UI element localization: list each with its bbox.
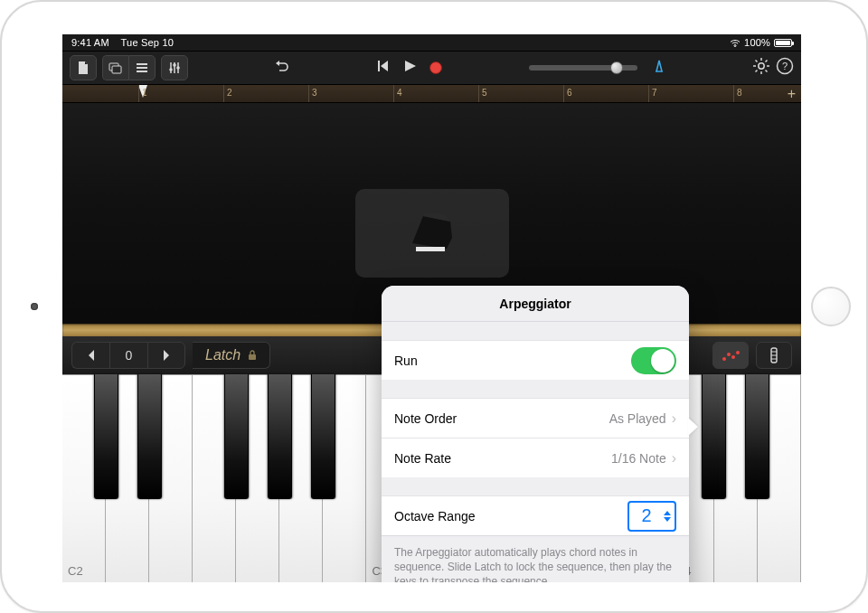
record-icon bbox=[429, 61, 442, 74]
bar-label: 1 bbox=[142, 88, 147, 98]
bar-label: 8 bbox=[737, 88, 742, 98]
svg-point-13 bbox=[736, 351, 740, 354]
loop-browser-button[interactable] bbox=[102, 55, 128, 80]
arpeggiator-popover: Arpeggiator Run Note Order As Played › N… bbox=[382, 286, 689, 582]
ipad-frame: 9:41 AM Tue Sep 10 100% bbox=[0, 0, 868, 613]
undo-icon bbox=[275, 59, 289, 73]
white-key[interactable] bbox=[279, 374, 323, 582]
svg-point-11 bbox=[727, 353, 731, 356]
screen: 9:41 AM Tue Sep 10 100% bbox=[62, 34, 801, 582]
svg-point-5 bbox=[759, 63, 764, 69]
white-key[interactable] bbox=[714, 374, 758, 582]
note-order-label: Note Order bbox=[394, 411, 609, 426]
undo-button[interactable] bbox=[275, 59, 289, 77]
status-date: Tue Sep 10 bbox=[121, 37, 174, 48]
play-button[interactable] bbox=[402, 59, 417, 77]
instrument-stage: 0 Latch C2 bbox=[62, 103, 801, 582]
svg-rect-8 bbox=[416, 247, 445, 251]
wifi-icon bbox=[730, 39, 741, 47]
note-order-row[interactable]: Note Order As Played › bbox=[382, 398, 689, 438]
keyboard-glissando-icon bbox=[768, 347, 780, 363]
chevron-right-icon bbox=[162, 350, 171, 361]
browser-icon bbox=[108, 61, 123, 75]
keyboard-layout-button[interactable] bbox=[756, 342, 792, 369]
stepper-up-icon[interactable] bbox=[664, 511, 671, 515]
latch-label: Latch bbox=[205, 347, 241, 363]
slider-knob[interactable] bbox=[610, 61, 623, 74]
note-rate-value: 1/16 Note bbox=[611, 451, 666, 466]
octave-up-button[interactable] bbox=[147, 342, 185, 369]
metronome-button[interactable] bbox=[652, 59, 666, 77]
white-key[interactable] bbox=[149, 374, 193, 582]
home-button[interactable] bbox=[811, 287, 851, 326]
white-key[interactable] bbox=[323, 374, 366, 582]
rewind-icon bbox=[375, 59, 390, 73]
status-battery-percent: 100% bbox=[744, 37, 770, 48]
help-button[interactable]: ? bbox=[776, 57, 794, 79]
white-key[interactable] bbox=[758, 374, 801, 582]
bar-label: 4 bbox=[397, 88, 402, 98]
my-songs-button[interactable] bbox=[70, 55, 97, 80]
gear-icon bbox=[752, 57, 770, 75]
run-toggle[interactable] bbox=[631, 347, 676, 374]
document-icon bbox=[76, 61, 90, 75]
stepper-down-icon[interactable] bbox=[664, 517, 671, 522]
octave-display: 0 bbox=[109, 342, 147, 369]
status-time: 9:41 AM bbox=[71, 37, 109, 48]
octave-range-value: 2 bbox=[633, 505, 660, 526]
settings-button[interactable] bbox=[752, 57, 770, 79]
grand-piano-icon bbox=[407, 212, 458, 254]
record-button[interactable] bbox=[429, 61, 442, 74]
white-key[interactable] bbox=[236, 374, 279, 582]
svg-point-3 bbox=[173, 63, 176, 67]
note-rate-label: Note Rate bbox=[394, 451, 611, 466]
track-controls-button[interactable] bbox=[161, 55, 188, 80]
master-volume-slider[interactable] bbox=[529, 65, 637, 71]
key-label: C2 bbox=[68, 564, 83, 578]
popover-arrow bbox=[688, 418, 698, 436]
bar-label: 6 bbox=[567, 88, 572, 98]
bar-label: 7 bbox=[652, 88, 657, 98]
metronome-icon bbox=[652, 59, 666, 73]
go-to-beginning-button[interactable] bbox=[375, 59, 390, 77]
chevron-right-icon: › bbox=[672, 410, 676, 427]
svg-text:?: ? bbox=[782, 61, 788, 71]
front-camera bbox=[31, 303, 38, 310]
transport-controls bbox=[375, 59, 442, 77]
bar-label: 3 bbox=[312, 88, 317, 98]
chevron-right-icon: › bbox=[672, 450, 676, 467]
bar-label: 2 bbox=[227, 88, 232, 98]
run-row: Run bbox=[382, 340, 689, 380]
white-key[interactable]: C2 bbox=[62, 374, 106, 582]
chevron-left-icon bbox=[87, 350, 96, 361]
latch-button[interactable]: Latch bbox=[193, 342, 270, 369]
play-icon bbox=[402, 59, 417, 73]
svg-rect-1 bbox=[112, 66, 121, 73]
octave-down-button[interactable] bbox=[71, 342, 109, 369]
svg-point-10 bbox=[722, 357, 726, 361]
sliders-icon bbox=[167, 61, 182, 75]
arpeggiator-icon bbox=[722, 349, 740, 362]
note-order-value: As Played bbox=[609, 411, 666, 426]
track-view-button[interactable] bbox=[128, 55, 156, 80]
white-key[interactable] bbox=[193, 374, 236, 582]
instrument-selector[interactable] bbox=[355, 189, 509, 278]
popover-help-text: The Arpeggiator automatically plays chor… bbox=[382, 535, 689, 582]
octave-range-label: Octave Range bbox=[394, 509, 627, 523]
bar-label: 5 bbox=[482, 88, 487, 98]
note-rate-row[interactable]: Note Rate 1/16 Note › bbox=[382, 438, 689, 477]
status-bar: 9:41 AM Tue Sep 10 100% bbox=[62, 34, 801, 51]
popover-title: Arpeggiator bbox=[382, 286, 689, 322]
add-section-button[interactable]: + bbox=[788, 86, 796, 102]
arpeggiator-button[interactable] bbox=[712, 342, 749, 369]
svg-point-12 bbox=[731, 355, 735, 359]
svg-point-4 bbox=[176, 66, 180, 70]
white-key[interactable] bbox=[106, 374, 149, 582]
list-icon bbox=[135, 61, 149, 75]
svg-rect-9 bbox=[249, 354, 256, 360]
octave-range-row: Octave Range 2 bbox=[382, 495, 689, 535]
timeline-ruler[interactable]: + 1 2 3 4 5 6 7 8 bbox=[62, 85, 801, 103]
run-label: Run bbox=[394, 354, 631, 368]
lock-icon bbox=[248, 350, 257, 361]
octave-range-stepper[interactable]: 2 bbox=[627, 501, 676, 532]
